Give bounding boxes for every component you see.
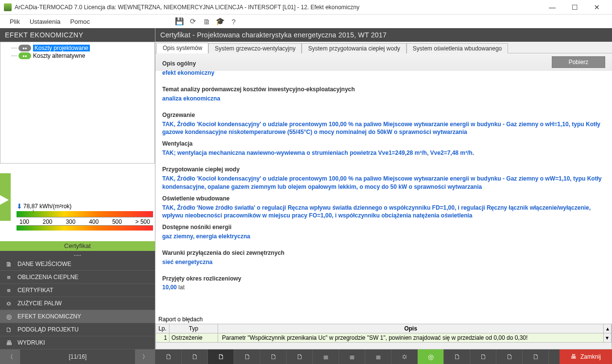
label-okres: Przyjęty okres rozliczeniowy: [162, 275, 605, 282]
close-button[interactable]: 🖶 Zamknij: [560, 349, 612, 364]
value-opis-ogolny[interactable]: efekt ekonomiczny: [162, 69, 605, 77]
tab-opis-systemow[interactable]: Opis systemów: [156, 43, 208, 53]
nav-podglad-projektu[interactable]: 🗋PODGLĄD PROJEKTU: [0, 323, 155, 336]
error-table: Lp. Typ Opis ▴ 1 Ostrzeżenie Parametr "W…: [155, 324, 612, 349]
error-row-opis: Parametr "Współczynnik przenikania Uc" w…: [218, 333, 604, 342]
error-table-header: Lp. Typ Opis ▴: [156, 324, 612, 333]
save-icon[interactable]: 💾: [172, 15, 186, 28]
titlebar: ArCADia-TERMOCAD 7.0 Licencja dla: WEWNĘ…: [0, 0, 612, 15]
maximize-button[interactable]: ☐: [563, 0, 586, 15]
footer-tool-2[interactable]: 🗋: [182, 349, 208, 364]
footer-tool-8[interactable]: ≣: [339, 349, 365, 364]
tree-item-koszty-projektowane[interactable]: ⋯ ●● Koszty projektowane: [3, 44, 152, 52]
label-temat-analizy: Temat analizy porównawczej kosztów inwes…: [162, 86, 605, 93]
footer-tool-11-green[interactable]: ◎: [418, 349, 444, 364]
page-indicator: [11/16]: [20, 349, 135, 364]
tab-system-grzewczo[interactable]: System grzewczo-wentylacyjny: [208, 43, 302, 53]
footer-tool-13[interactable]: 🗋: [470, 349, 496, 364]
tree-connector-icon: ⋯: [11, 52, 17, 59]
graduation-icon[interactable]: 🎓: [213, 15, 227, 28]
gauge-tick: 300: [66, 218, 75, 225]
footer-tool-5[interactable]: 🗋: [260, 349, 287, 364]
document-icon[interactable]: 🗎: [200, 15, 213, 28]
footer-tool-14[interactable]: 🗋: [496, 349, 523, 364]
pobierz-button[interactable]: Pobierz: [552, 56, 605, 68]
nav-certyfikat[interactable]: ≡CERTYFIKAT: [0, 284, 155, 297]
preview-icon: 🗋: [5, 326, 13, 333]
value-wentylacja[interactable]: TAK; wentylacja mechaniczna nawiewno-wyw…: [162, 149, 605, 157]
value-ciepla-woda[interactable]: TAK, Źródło 'Kocioł kondensacyjny' o udz…: [162, 175, 605, 191]
error-row-typ: Ostrzeżenie: [170, 333, 218, 342]
certificate-strip[interactable]: Certyfikat: [0, 241, 155, 251]
tree-item-label: Koszty projektowane: [33, 45, 90, 51]
label-warunki: Warunki przyłączenia do sieci zewnętrzny…: [162, 249, 605, 256]
menu-ustawienia[interactable]: Ustawienia: [25, 16, 66, 27]
footer-tool-9[interactable]: ≣: [365, 349, 391, 364]
label-wentylacja: Wentylacja: [162, 140, 605, 147]
nav-label: PODGLĄD PROJEKTU: [17, 326, 79, 333]
label-opis-ogolny: Opis ogólny: [162, 60, 605, 67]
value-oswietlenie[interactable]: TAK, Źródło 'Nowe źródło światła' o regu…: [162, 204, 605, 220]
footer-tool-1[interactable]: 🗋: [155, 349, 182, 364]
gauge-arrow-icon: [0, 195, 9, 205]
fuel-icon: ⛭: [5, 300, 13, 307]
footer-tool-6[interactable]: 🗋: [287, 349, 313, 364]
help-icon[interactable]: ?: [227, 15, 240, 28]
app-icon: [4, 3, 12, 11]
tree-item-koszty-alternatywne[interactable]: ⋯ ●● Koszty alternatywne: [3, 52, 152, 60]
nav-label: ZUŻYCIE PALIW: [17, 300, 62, 307]
footer-tool-7[interactable]: ≣: [313, 349, 339, 364]
scroll-down-icon[interactable]: ▾: [604, 333, 612, 342]
target-icon: ◎: [5, 313, 13, 320]
prev-page-button[interactable]: 〈: [0, 349, 20, 364]
nav-label: EFEKT EKONOMICZNY: [17, 313, 81, 320]
tree-area: ⋯ ●● Koszty projektowane ⋯ ●● Koszty alt…: [0, 42, 155, 164]
energy-gauge: ⬇ 78,87 kWh/(m²rok) 100 200 300 400 500 …: [0, 164, 155, 241]
value-warunki[interactable]: sieć energetyczna: [162, 258, 605, 266]
refresh-icon[interactable]: ⟳: [186, 15, 200, 28]
value-nosniki[interactable]: gaz ziemny, energia elektryczna: [162, 232, 605, 241]
nav-dane-wejsciowe[interactable]: 🗎DANE WEJŚCIOWE: [0, 258, 155, 271]
nav-obliczenia-cieplne[interactable]: ≡OBLICZENIA CIEPLNE: [0, 271, 155, 284]
menu-pomoc[interactable]: Pomoc: [66, 16, 95, 27]
error-scrollbar[interactable]: [156, 342, 612, 349]
menu-plik[interactable]: Plik: [5, 16, 25, 27]
next-page-button[interactable]: 〉: [135, 349, 155, 364]
footer-tool-10[interactable]: ⛭: [391, 349, 418, 364]
nav-label: CERTYFIKAT: [17, 287, 53, 294]
value-ogrzewanie[interactable]: TAK, Źródło 'Kocioł kondensacyjny' o udz…: [162, 120, 605, 137]
gauge-tick: 400: [89, 218, 99, 225]
nav-efekt-ekonomiczny[interactable]: ◎EFEKT EKONOMICZNY: [0, 310, 155, 323]
document-icon: 🗎: [5, 261, 13, 268]
side-nav: 🗎DANE WEJŚCIOWE ≡OBLICZENIA CIEPLNE ≡CER…: [0, 258, 155, 349]
nav-label: OBLICZENIA CIEPLNE: [17, 274, 78, 281]
footer-tool-4[interactable]: 🗋: [234, 349, 260, 364]
nav-zuzycie-paliw[interactable]: ⛭ZUŻYCIE PALIW: [0, 297, 155, 310]
footer-tool-3-active[interactable]: 🗋: [208, 349, 234, 364]
label-oswietlenie: Oświetlenie wbudowane: [162, 195, 605, 202]
gauge-value: ⬇ 78,87 kWh/(m²rok): [17, 202, 71, 210]
gauge-scale: 100 200 300 400 500 > 500 ↑: [17, 211, 153, 228]
footer-tool-15[interactable]: 🗋: [523, 349, 549, 364]
scroll-up-icon[interactable]: ▴: [604, 324, 612, 333]
footer: 〈 [11/16] 〉 🗋 🗋 🗋 🗋 🗋 🗋 ≣ ≣ ≣ ⛭ ◎ 🗋 🗋 🗋 …: [0, 349, 612, 364]
value-okres-number[interactable]: 10,00: [162, 284, 177, 291]
minimize-button[interactable]: —: [541, 0, 563, 15]
col-typ: Typ: [170, 324, 218, 333]
lines-icon: ≡: [5, 274, 13, 281]
gauge-bar-top: [17, 211, 153, 217]
nav-wydruki[interactable]: 🖶WYDRUKI: [0, 336, 155, 349]
value-temat-analizy[interactable]: analiza ekonomiczna: [162, 95, 605, 103]
footer-tool-12[interactable]: 🗋: [444, 349, 470, 364]
tree-bullet-icon: ●●: [18, 52, 31, 59]
error-row[interactable]: 1 Ostrzeżenie Parametr "Współczynnik prz…: [156, 333, 612, 342]
gauge-tick: > 500: [136, 218, 150, 225]
close-window-button[interactable]: ✕: [586, 0, 608, 15]
tab-system-cieplej-wody[interactable]: System przygotowania ciepłej wody: [302, 43, 406, 53]
label-ogrzewanie: Ogrzewanie: [162, 112, 605, 118]
label-nosniki: Dostępne nośniki energii: [162, 224, 605, 231]
gauge-tick: 200: [43, 218, 52, 225]
certificate-dots[interactable]: .....: [0, 251, 155, 258]
left-panel: EFEKT EKONOMICZNY ⋯ ●● Koszty projektowa…: [0, 28, 155, 349]
tab-system-oswietlenia[interactable]: System oświetlenia wbudowanego: [407, 43, 508, 53]
